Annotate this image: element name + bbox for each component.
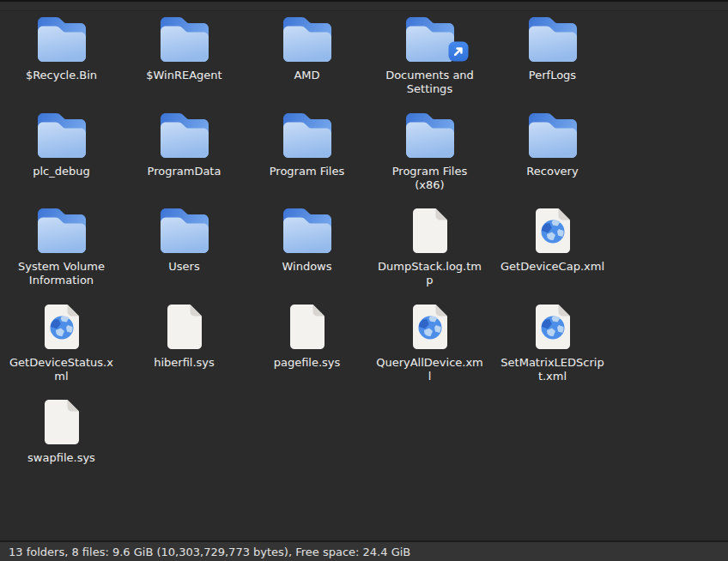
document-icon — [413, 208, 447, 253]
folder-icon — [161, 208, 209, 253]
file-item-label: GetDeviceCap.xml — [500, 260, 604, 274]
xml-file-icon — [45, 305, 79, 349]
file-item-label: Documents and Settings — [376, 69, 483, 97]
file-item[interactable]: QueryAllDevice.xml — [368, 303, 491, 384]
folder-icon — [161, 113, 209, 158]
file-item[interactable]: GetDeviceStatus.xml — [0, 303, 123, 384]
file-item[interactable]: SetMatrixLEDScript.xml — [491, 303, 614, 384]
file-item[interactable]: Program Files — [246, 112, 368, 193]
file-item[interactable]: DumpStack.log.tmp — [368, 207, 491, 288]
file-item-icon — [38, 112, 86, 158]
xml-file-icon — [536, 208, 570, 253]
file-item-label: QueryAllDevice.xml — [376, 356, 483, 384]
file-item-label: hiberfil.sys — [154, 356, 215, 370]
file-item-icon — [161, 15, 209, 62]
file-item[interactable]: PerfLogs — [491, 15, 614, 97]
file-item-label: Recovery — [526, 165, 578, 178]
xml-file-icon — [413, 305, 447, 349]
file-item-label: pagefile.sys — [274, 356, 341, 370]
folder-icon — [283, 208, 331, 253]
file-item[interactable]: pagefile.sys — [246, 303, 368, 384]
file-item-icon — [38, 15, 86, 62]
file-item[interactable]: Recovery — [491, 112, 614, 193]
file-item-icon — [406, 207, 454, 253]
folder-icon — [38, 113, 86, 158]
file-item-icon — [38, 303, 86, 349]
file-item-label: GetDeviceStatus.xml — [8, 356, 115, 384]
file-item[interactable]: $Recycle.Bin — [0, 15, 123, 97]
file-item[interactable]: swapfile.sys — [0, 398, 123, 465]
globe-icon — [541, 316, 564, 339]
file-item-icon — [283, 15, 331, 62]
status-text: 13 folders, 8 files: 9.6 GiB (10,303,729… — [9, 546, 410, 558]
folder-icon — [529, 17, 577, 62]
file-item[interactable]: ProgramData — [123, 112, 246, 193]
shortcut-arrow-emblem-icon — [448, 41, 469, 62]
folder-icon — [38, 17, 86, 62]
file-item[interactable]: Windows — [246, 207, 368, 288]
file-item-icon — [161, 207, 209, 253]
file-item-icon — [406, 303, 454, 349]
file-item-icon — [283, 207, 331, 253]
file-item-label: $WinREAgent — [146, 69, 221, 82]
folder-icon — [161, 17, 209, 62]
file-item-icon — [283, 112, 331, 158]
xml-file-icon — [536, 305, 570, 349]
file-item-label: DumpStack.log.tmp — [376, 260, 483, 288]
window-top-edge — [0, 0, 728, 11]
file-item[interactable]: Documents and Settings — [368, 15, 491, 97]
file-item-icon — [38, 398, 86, 444]
file-item[interactable]: System Volume Information — [0, 207, 123, 288]
file-item-label: Program Files — [270, 165, 345, 178]
document-icon — [45, 400, 79, 444]
globe-icon — [541, 220, 564, 244]
file-item[interactable]: $WinREAgent — [123, 15, 246, 97]
file-item-icon — [529, 207, 577, 253]
file-item-label: $Recycle.Bin — [26, 69, 97, 82]
file-item[interactable]: Program Files (x86) — [368, 112, 491, 193]
file-item[interactable]: Users — [123, 207, 246, 288]
file-item-label: SetMatrixLEDScript.xml — [499, 356, 606, 384]
file-grid: $Recycle.Bin $WinREAgent AMD — [0, 11, 728, 540]
folder-icon — [406, 17, 454, 62]
file-item-label: ProgramData — [148, 165, 221, 178]
file-item-label: Users — [168, 260, 199, 274]
file-item-label: System Volume Information — [8, 260, 115, 288]
file-item-icon — [529, 15, 577, 62]
file-item-icon — [406, 15, 454, 62]
file-item[interactable]: hiberfil.sys — [123, 303, 246, 384]
globe-icon — [50, 316, 73, 339]
folder-icon — [406, 113, 454, 158]
file-item[interactable]: AMD — [246, 15, 368, 97]
file-item-icon — [406, 112, 454, 158]
file-item-icon — [529, 303, 577, 349]
document-icon — [167, 305, 202, 349]
file-item-label: swapfile.sys — [27, 451, 95, 465]
file-item-icon — [161, 112, 209, 158]
document-icon — [290, 305, 325, 349]
folder-icon — [283, 113, 331, 158]
file-item-label: PerfLogs — [529, 69, 576, 82]
file-item-icon — [283, 303, 331, 349]
file-item[interactable]: plc_debug — [0, 112, 123, 193]
file-item-label: Windows — [282, 260, 331, 274]
file-item-icon — [38, 207, 86, 253]
status-bar: 13 folders, 8 files: 9.6 GiB (10,303,729… — [0, 540, 728, 561]
file-item-icon — [529, 112, 577, 158]
folder-icon — [38, 208, 86, 253]
file-item-label: AMD — [294, 69, 319, 82]
file-item[interactable]: GetDeviceCap.xml — [491, 207, 614, 288]
folder-icon — [529, 113, 577, 158]
folder-icon — [283, 17, 331, 62]
file-item-label: Program Files (x86) — [376, 165, 483, 193]
file-item-label: plc_debug — [33, 165, 90, 178]
globe-icon — [418, 316, 441, 339]
file-item-icon — [161, 303, 209, 349]
